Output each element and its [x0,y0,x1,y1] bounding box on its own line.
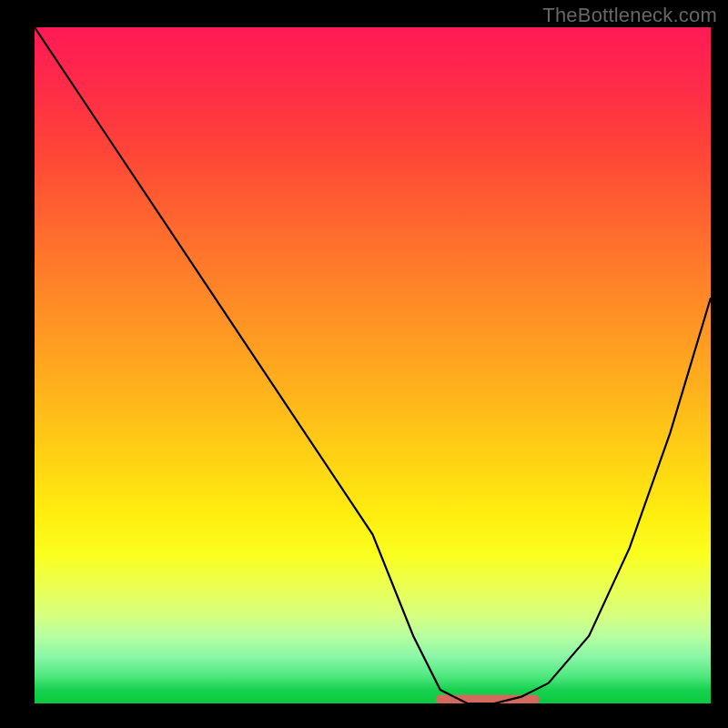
chart-svg [35,27,711,703]
plot-area [35,27,711,703]
bottleneck-curve [35,27,711,703]
chart-frame: TheBottleneck.com [0,0,728,728]
watermark-text: TheBottleneck.com [542,4,717,27]
